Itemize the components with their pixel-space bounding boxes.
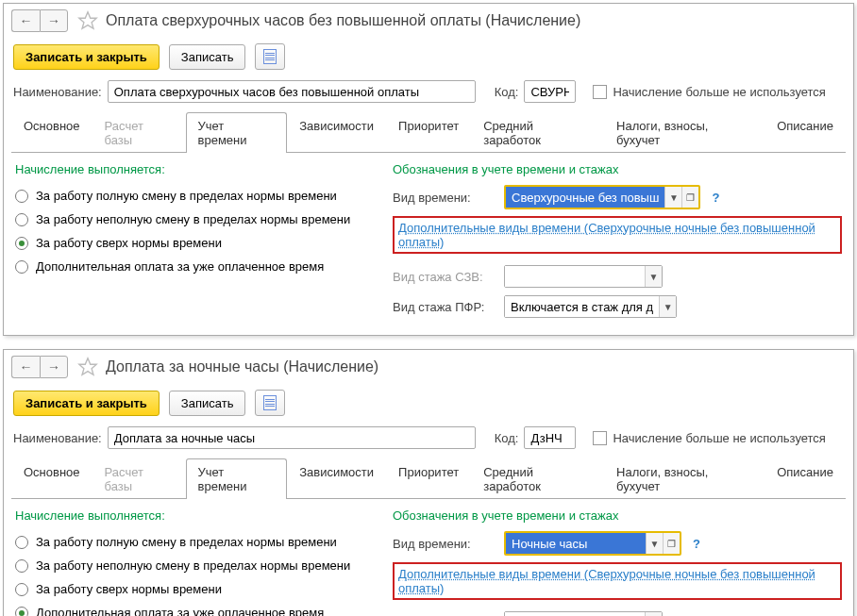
- extra-time-types-link[interactable]: Дополнительные виды времени (Сверхурочны…: [398, 221, 815, 249]
- szv-value: [505, 612, 645, 616]
- save-button[interactable]: Записать: [169, 391, 246, 416]
- list-button[interactable]: [255, 43, 285, 70]
- radio-label: За работу неполную смену в пределах норм…: [36, 558, 350, 573]
- tab-avg[interactable]: Средний заработок: [471, 112, 604, 153]
- tab-dep[interactable]: Зависимости: [287, 112, 386, 153]
- szv-combo[interactable]: ▼: [504, 265, 663, 288]
- radio-r4[interactable]: Дополнительная оплата за уже оплаченное …: [15, 601, 374, 616]
- list-icon: [263, 49, 277, 64]
- nav-forward-button[interactable]: →: [40, 9, 68, 32]
- time-type-value: Ночные часы: [506, 533, 646, 554]
- radio-icon: [15, 607, 28, 617]
- toolbar: Записать и закрыть Записать: [4, 38, 853, 75]
- radio-r4[interactable]: Дополнительная оплата за уже оплаченное …: [15, 255, 374, 278]
- list-button[interactable]: [255, 390, 285, 416]
- radio-icon: [15, 536, 28, 549]
- tab-content: Начисление выполняется: За работу полную…: [4, 153, 853, 335]
- code-input[interactable]: [524, 426, 576, 449]
- tab-base[interactable]: Расчет базы: [92, 112, 186, 153]
- tab-prio[interactable]: Приоритет: [386, 458, 471, 499]
- tab-desc[interactable]: Описание: [765, 112, 846, 153]
- chevron-down-icon[interactable]: ▼: [664, 187, 681, 208]
- radio-label: Дополнительная оплата за уже оплаченное …: [36, 606, 324, 616]
- radio-r2[interactable]: За работу неполную смену в пределах норм…: [15, 554, 374, 577]
- tab-tax[interactable]: Налоги, взносы, бухучет: [604, 112, 765, 153]
- time-type-row: Вид времени: Ночные часы ▼ ❐ ?: [393, 530, 842, 557]
- code-input[interactable]: [524, 80, 576, 103]
- szv-combo[interactable]: ▼: [504, 611, 663, 616]
- open-icon[interactable]: ❐: [681, 187, 698, 208]
- favorite-star-icon[interactable]: [77, 357, 98, 377]
- radio-r3[interactable]: За работу сверх нормы времени: [15, 231, 374, 255]
- time-type-label: Вид времени:: [393, 537, 498, 551]
- name-input[interactable]: [108, 426, 476, 449]
- favorite-star-icon[interactable]: [77, 10, 98, 31]
- radio-label: За работу сверх нормы времени: [36, 236, 222, 250]
- chevron-down-icon[interactable]: ▼: [646, 533, 663, 554]
- nav-back-button[interactable]: ←: [11, 9, 40, 32]
- radio-icon: [15, 237, 28, 250]
- tab-time[interactable]: Учет времени: [186, 112, 288, 153]
- help-icon[interactable]: ?: [712, 191, 719, 205]
- unused-label: Начисление больше не используется: [613, 431, 825, 445]
- arrow-right-icon: →: [47, 359, 60, 375]
- name-label: Наименование:: [13, 85, 102, 99]
- left-col: Начисление выполняется: За работу полную…: [15, 162, 374, 324]
- nav-forward-button[interactable]: →: [40, 356, 68, 378]
- tab-tax[interactable]: Налоги, взносы, бухучет: [604, 458, 765, 499]
- open-icon[interactable]: ❐: [663, 533, 680, 554]
- szv-row: Вид стажа СЗВ: ▼: [393, 263, 842, 290]
- tab-dep[interactable]: Зависимости: [287, 458, 386, 499]
- chevron-down-icon[interactable]: ▼: [645, 612, 662, 616]
- toolbar: Записать и закрыть Записать: [4, 384, 853, 422]
- time-type-combo[interactable]: Ночные часы ▼ ❐: [504, 531, 681, 556]
- window-title: Оплата сверхурочных часов без повышенной…: [106, 12, 580, 29]
- pfr-combo[interactable]: Включается в стаж для д ▼: [504, 295, 677, 318]
- radio-icon: [15, 559, 28, 573]
- right-col: Обозначения в учете времени и стажах Вид…: [393, 162, 842, 324]
- radio-r1[interactable]: За работу полную смену в пределах нормы …: [15, 530, 374, 554]
- save-button[interactable]: Записать: [169, 44, 246, 70]
- time-type-value: Сверхурочные без повыш: [506, 187, 664, 208]
- radio-icon: [15, 190, 28, 203]
- radio-r2[interactable]: За работу неполную смену в пределах норм…: [15, 208, 374, 231]
- radio-r3[interactable]: За работу сверх нормы времени: [15, 577, 374, 601]
- radio-icon: [15, 583, 28, 596]
- pfr-label: Вид стажа ПФР:: [393, 300, 498, 314]
- save-close-button[interactable]: Записать и закрыть: [13, 391, 160, 416]
- nav-back-button[interactable]: ←: [11, 356, 40, 378]
- pfr-row: Вид стажа ПФР: Включается в стаж для д ▼: [393, 293, 842, 320]
- unused-label: Начисление больше не используется: [613, 85, 825, 99]
- radio-label: За работу полную смену в пределах нормы …: [36, 535, 337, 549]
- unused-checkbox[interactable]: [593, 85, 607, 99]
- save-close-button[interactable]: Записать и закрыть: [13, 44, 160, 70]
- radio-label: За работу неполную смену в пределах норм…: [36, 212, 350, 226]
- tab-prio[interactable]: Приоритет: [386, 112, 471, 153]
- name-row: Наименование: Код: Начисление больше не …: [4, 75, 853, 108]
- tab-base[interactable]: Расчет базы: [92, 458, 186, 499]
- radio-label: За работу полную смену в пределах нормы …: [36, 189, 337, 203]
- szv-value: [505, 266, 645, 287]
- tab-content: Начисление выполняется: За работу полную…: [4, 499, 853, 616]
- tabs: Основное Расчет базы Учет времени Зависи…: [11, 111, 846, 153]
- time-type-label: Вид времени:: [393, 191, 498, 205]
- svg-marker-0: [79, 12, 96, 28]
- tab-desc[interactable]: Описание: [765, 458, 846, 499]
- chevron-down-icon[interactable]: ▼: [645, 266, 662, 287]
- tab-main[interactable]: Основное: [11, 112, 92, 153]
- left-heading: Начисление выполняется:: [15, 508, 374, 523]
- unused-checkbox[interactable]: [593, 431, 607, 445]
- chevron-down-icon[interactable]: ▼: [659, 296, 676, 317]
- tab-avg[interactable]: Средний заработок: [471, 458, 604, 499]
- time-type-combo[interactable]: Сверхурочные без повыш ▼ ❐: [504, 185, 700, 209]
- name-input[interactable]: [108, 80, 476, 103]
- tab-main[interactable]: Основное: [11, 458, 92, 499]
- right-col: Обозначения в учете времени и стажах Вид…: [393, 508, 842, 616]
- radio-r1[interactable]: За работу полную смену в пределах нормы …: [15, 184, 374, 208]
- window-title: Доплата за ночные часы (Начисление): [106, 358, 378, 375]
- extra-time-types-link[interactable]: Дополнительные виды времени (Сверхурочны…: [398, 567, 815, 595]
- help-icon[interactable]: ?: [693, 537, 700, 551]
- right-heading: Обозначения в учете времени и стажах: [393, 162, 842, 176]
- tab-time[interactable]: Учет времени: [186, 458, 288, 499]
- code-label: Код:: [495, 431, 519, 445]
